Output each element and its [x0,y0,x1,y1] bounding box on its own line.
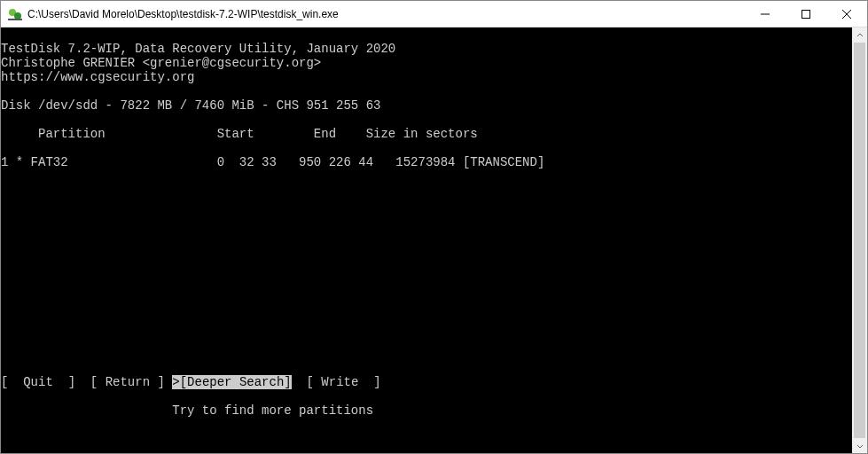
svg-rect-2 [8,19,22,20]
maximize-button[interactable] [786,1,826,27]
header-line-3: https://www.cgsecurity.org [1,70,194,84]
scroll-up-icon[interactable] [852,27,867,43]
titlebar[interactable]: C:\Users\David Morelo\Desktop\testdisk-7… [1,1,867,27]
window-title: C:\Users\David Morelo\Desktop\testdisk-7… [27,8,339,20]
menu-hint: Try to find more partitions [1,403,852,418]
menu-deeper-search[interactable]: >[Deeper Search] [172,375,291,389]
svg-point-1 [14,12,21,20]
scroll-down-icon[interactable] [852,438,867,453]
columns-header: Partition Start End Size in sectors [1,127,478,141]
app-icon [8,7,22,21]
vertical-scrollbar[interactable] [852,27,867,453]
menu-bar: [ Quit ] [ Return ] >[Deeper Search] [ W… [1,375,852,389]
terminal[interactable]: TestDisk 7.2-WIP, Data Recovery Utility,… [1,27,852,453]
svg-rect-4 [802,10,810,18]
header-line-1: TestDisk 7.2-WIP, Data Recovery Utility,… [1,42,395,56]
menu-quit[interactable]: Quit [23,375,53,389]
menu-return[interactable]: Return [106,375,150,389]
menu-write[interactable]: Write [321,375,358,389]
scroll-thumb[interactable] [854,43,865,438]
window-controls [745,1,867,27]
client-area: TestDisk 7.2-WIP, Data Recovery Utility,… [1,27,867,453]
header-line-2: Christophe GRENIER <grenier@cgsecurity.o… [1,56,321,70]
app-window: C:\Users\David Morelo\Desktop\testdisk-7… [0,0,868,454]
disk-info-line: Disk /dev/sdd - 7822 MB / 7460 MiB - CHS… [1,98,380,113]
close-button[interactable] [826,1,867,27]
partition-row[interactable]: 1 * FAT32 0 32 33 950 226 44 15273984 [T… [1,155,544,169]
minimize-button[interactable] [745,1,786,27]
